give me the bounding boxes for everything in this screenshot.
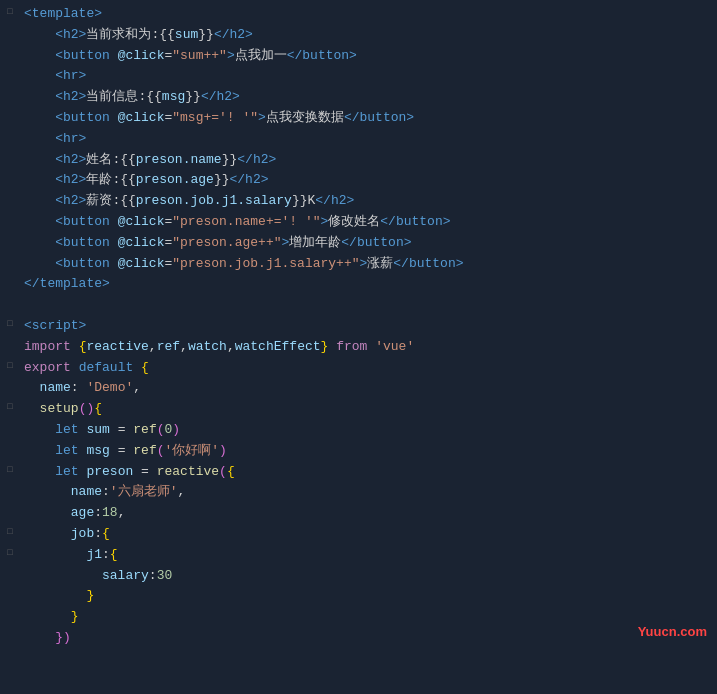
line-preson-j1: □ j1:{ — [0, 545, 717, 566]
line-text: age:18, — [20, 503, 717, 524]
fold-gutter: □ — [0, 399, 20, 414]
fold-gutter: □ — [0, 545, 20, 560]
line-blank1 — [0, 295, 717, 316]
fold-gutter-empty — [0, 25, 20, 26]
fold-gutter: □ — [0, 524, 20, 539]
line-text: } — [20, 586, 717, 607]
line-text: export default { — [20, 358, 717, 379]
line-job-close: } — [0, 607, 717, 628]
line-text: let preson = reactive({ — [20, 462, 717, 483]
line-hr1: <hr> — [0, 66, 717, 87]
line-text: <template> — [20, 4, 717, 25]
fold-gutter-empty — [0, 420, 20, 421]
fold-gutter: □ — [0, 316, 20, 331]
line-h2-sum: <h2>当前求和为:{{sum}}</h2> — [0, 25, 717, 46]
line-btn-msg: <button @click="msg+='! '">点我变换数据</butto… — [0, 108, 717, 129]
line-text: <h2>当前信息:{{msg}}</h2> — [20, 87, 717, 108]
line-btn-salary: <button @click="preson.job.j1.salary++">… — [0, 254, 717, 275]
line-text: <h2>年龄:{{preson.age}}</h2> — [20, 170, 717, 191]
line-preson-close: }) — [0, 628, 717, 649]
line-import: import {reactive,ref,watch,watchEffect} … — [0, 337, 717, 358]
line-text: <hr> — [20, 129, 717, 150]
line-btn-sum: <button @click="sum++">点我加一</button> — [0, 46, 717, 67]
line-text: name:'六扇老师', — [20, 482, 717, 503]
line-text: <h2>当前求和为:{{sum}}</h2> — [20, 25, 717, 46]
line-export-default: □ export default { — [0, 358, 717, 379]
line-name-demo: name: 'Demo', — [0, 378, 717, 399]
fold-gutter-empty — [0, 274, 20, 275]
line-text: <button @click="msg+='! '">点我变换数据</butto… — [20, 108, 717, 129]
line-text: job:{ — [20, 524, 717, 545]
line-salary-val: salary:30 — [0, 566, 717, 587]
line-text: } — [20, 607, 717, 628]
line-text: let msg = ref('你好啊') — [20, 441, 717, 462]
fold-gutter-empty — [0, 503, 20, 504]
fold-gutter-empty — [0, 628, 20, 629]
line-text: }) — [20, 628, 717, 649]
line-let-preson: □ let preson = reactive({ — [0, 462, 717, 483]
fold-gutter-empty — [0, 378, 20, 379]
fold-gutter: □ — [0, 4, 20, 19]
line-j1-close: } — [0, 586, 717, 607]
line-hr2: <hr> — [0, 129, 717, 150]
line-template-open: □ <template> — [0, 4, 717, 25]
line-script-open: □ <script> — [0, 316, 717, 337]
fold-gutter-empty — [0, 191, 20, 192]
fold-gutter-empty — [0, 566, 20, 567]
line-preson-age: age:18, — [0, 503, 717, 524]
fold-gutter-empty — [0, 254, 20, 255]
line-text: <h2>姓名:{{preson.name}}</h2> — [20, 150, 717, 171]
line-let-msg: let msg = ref('你好啊') — [0, 441, 717, 462]
line-text: <button @click="preson.age++">增加年龄</butt… — [20, 233, 717, 254]
line-btn-age: <button @click="preson.age++">增加年龄</butt… — [0, 233, 717, 254]
line-btn-name: <button @click="preson.name+='! '">修改姓名<… — [0, 212, 717, 233]
line-h2-msg: <h2>当前信息:{{msg}}</h2> — [0, 87, 717, 108]
line-text — [20, 295, 717, 316]
code-editor: □ <template> <h2>当前求和为:{{sum}}</h2> <but… — [0, 0, 717, 653]
line-text: <button @click="sum++">点我加一</button> — [20, 46, 717, 67]
fold-gutter-empty — [0, 586, 20, 587]
line-text: j1:{ — [20, 545, 717, 566]
line-text: <script> — [20, 316, 717, 337]
fold-gutter-empty — [0, 46, 20, 47]
fold-gutter-empty — [0, 482, 20, 483]
line-text: name: 'Demo', — [20, 378, 717, 399]
fold-gutter-empty — [0, 87, 20, 88]
fold-gutter: □ — [0, 462, 20, 477]
fold-gutter-empty — [0, 295, 20, 296]
line-text: import {reactive,ref,watch,watchEffect} … — [20, 337, 717, 358]
fold-gutter: □ — [0, 358, 20, 373]
line-text: salary:30 — [20, 566, 717, 587]
fold-gutter-empty — [0, 337, 20, 338]
fold-gutter-empty — [0, 150, 20, 151]
line-text: let sum = ref(0) — [20, 420, 717, 441]
line-preson-job: □ job:{ — [0, 524, 717, 545]
line-preson-name: name:'六扇老师', — [0, 482, 717, 503]
line-h2-age: <h2>年龄:{{preson.age}}</h2> — [0, 170, 717, 191]
line-h2-salary: <h2>薪资:{{preson.job.j1.salary}}K</h2> — [0, 191, 717, 212]
line-setup: □ setup(){ — [0, 399, 717, 420]
line-text: <h2>薪资:{{preson.job.j1.salary}}K</h2> — [20, 191, 717, 212]
fold-gutter-empty — [0, 607, 20, 608]
line-text: setup(){ — [20, 399, 717, 420]
fold-gutter-empty — [0, 233, 20, 234]
line-template-close: </template> — [0, 274, 717, 295]
fold-gutter-empty — [0, 441, 20, 442]
line-h2-name: <h2>姓名:{{preson.name}}</h2> — [0, 150, 717, 171]
line-text: <button @click="preson.job.j1.salary++">… — [20, 254, 717, 275]
watermark: Yuucn.com — [638, 622, 707, 643]
line-text: <button @click="preson.name+='! '">修改姓名<… — [20, 212, 717, 233]
line-let-sum: let sum = ref(0) — [0, 420, 717, 441]
fold-gutter-empty — [0, 170, 20, 171]
fold-gutter-empty — [0, 212, 20, 213]
fold-gutter-empty — [0, 129, 20, 130]
fold-gutter-empty — [0, 66, 20, 67]
line-text: </template> — [20, 274, 717, 295]
fold-gutter-empty — [0, 108, 20, 109]
line-text: <hr> — [20, 66, 717, 87]
